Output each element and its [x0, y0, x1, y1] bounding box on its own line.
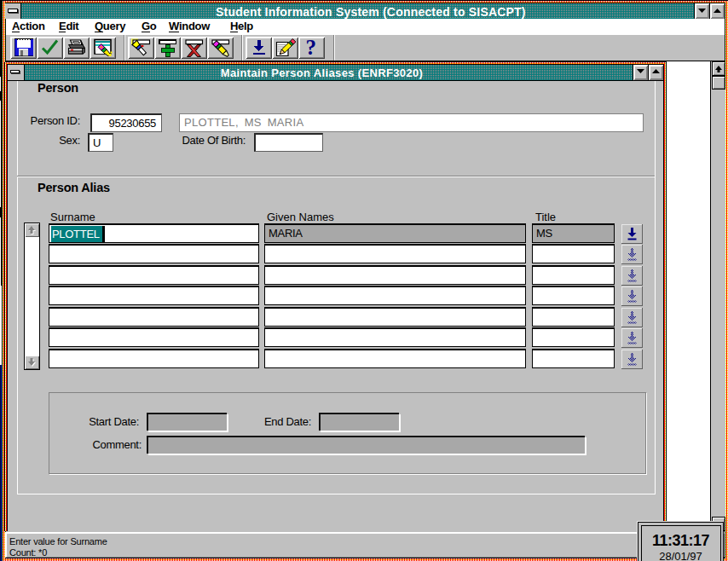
svg-text:?: ?	[306, 38, 316, 58]
